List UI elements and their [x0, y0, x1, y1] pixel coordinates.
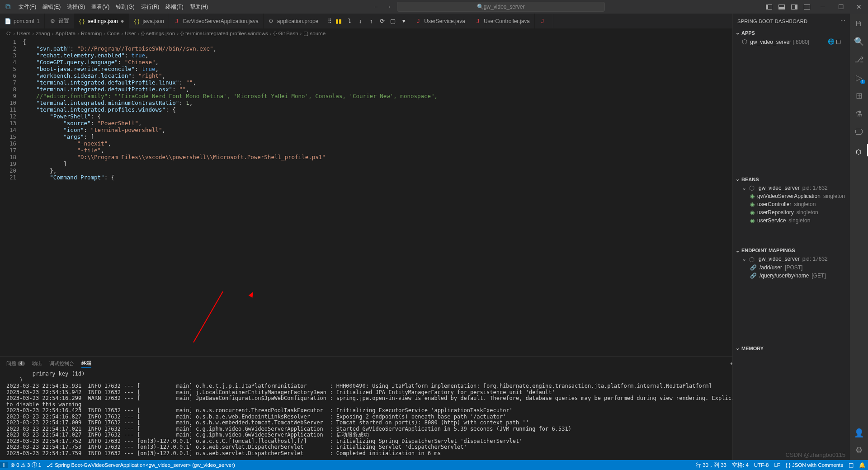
tab-label: pom.xml	[14, 18, 34, 24]
editor-tab[interactable]: JUserController.java	[470, 14, 535, 28]
menu-item[interactable]: 选择(S)	[64, 3, 88, 11]
menu-item[interactable]: 编辑(E)	[39, 3, 64, 11]
layout-customize-icon[interactable]	[803, 3, 811, 11]
menu-item[interactable]: 运行(R)	[138, 3, 163, 11]
extensions-icon[interactable]: ⊞	[854, 90, 864, 101]
panel-tab[interactable]: 终端	[81, 359, 91, 368]
menu-item[interactable]: 查看(V)	[88, 3, 113, 11]
hexagon-icon	[749, 256, 756, 263]
source-control-icon[interactable]: ⎇	[854, 54, 864, 65]
breadcrumb-item[interactable]: User	[125, 31, 136, 36]
debug-btn-4[interactable]: ⟳	[378, 17, 386, 25]
debug-toolbar: ⠿ ▮▮⤵↓↑⟳▢▾	[325, 14, 410, 28]
window-minimize-icon[interactable]: ─	[814, 0, 832, 14]
status-item[interactable]: ◫	[846, 462, 856, 469]
bean-item[interactable]: ◉ userService singleton	[733, 216, 850, 225]
editor-tab[interactable]: ⚙application.prope	[264, 14, 323, 28]
breadcrumb-item[interactable]: {} Git Bash	[274, 31, 298, 36]
section-beans[interactable]: ⌄BEANS	[733, 175, 850, 183]
status-item[interactable]: 空格: 4	[729, 462, 751, 469]
testing-icon[interactable]: ⚗	[854, 108, 864, 119]
debug-btn-5[interactable]: ▢	[389, 17, 397, 25]
breadcrumb-item[interactable]: Code	[107, 31, 120, 36]
tab-label: GwVideoServerApplication.java	[183, 18, 259, 24]
bean-item[interactable]: ◉ userRepository singleton	[733, 208, 850, 216]
breadcrumb-item[interactable]: zhang	[36, 31, 50, 36]
editor-tab[interactable]: JUserService.java	[410, 14, 470, 28]
status-item[interactable]: LF	[771, 462, 783, 469]
section-endpoints[interactable]: ⌄ENDPOINT MAPPINGS	[733, 246, 850, 255]
status-item[interactable]: UTF-8	[751, 462, 772, 469]
tab-label: UserController.java	[484, 18, 530, 24]
debug-btn-2[interactable]: ↓	[356, 17, 364, 25]
json-icon: { }	[79, 18, 85, 24]
tab-dirty-icon[interactable]: ●	[121, 18, 124, 24]
menu-item[interactable]: 文件(F)	[15, 3, 39, 11]
accounts-icon[interactable]: 👤	[854, 428, 864, 438]
debug-btn-1[interactable]: ⤵	[345, 17, 354, 25]
remote-indicator[interactable]: ⫴	[0, 462, 8, 468]
vscode-logo-icon: ⧉	[0, 3, 15, 11]
link-icon: 🔗	[750, 264, 757, 271]
endpoint-item[interactable]: 🔗 /add/user [POST]	[733, 263, 850, 272]
section-apps[interactable]: ⌄APPS	[733, 28, 850, 37]
menu-item[interactable]: 帮助(H)	[187, 3, 212, 11]
editor-tab[interactable]: JGwVideoServerApplication.java	[169, 14, 264, 28]
debug-btn-6[interactable]: ▾	[400, 17, 408, 25]
breadcrumb-item[interactable]: {} terminal.integrated.profiles.windows	[180, 31, 268, 36]
section-memory[interactable]: ⌄MEMORY	[733, 344, 850, 352]
bean-item[interactable]: ◉ gwVideoServerApplication singleton	[733, 192, 850, 200]
command-center[interactable]: 🔍 gw_video_server	[397, 2, 605, 12]
status-problems[interactable]: ⊗ 0 ⚠ 3 ⓘ 1	[8, 462, 44, 469]
globe-icon[interactable]: 🌐	[828, 38, 835, 45]
dashboard-more-icon[interactable]: ⋯	[840, 18, 845, 24]
panel-tab[interactable]: 调试控制台	[49, 359, 74, 368]
status-item[interactable]: 🔔	[856, 462, 868, 469]
layout-left-icon[interactable]	[765, 3, 773, 11]
tab-label: 设置	[58, 17, 69, 25]
files-icon[interactable]: 🗎	[854, 18, 864, 29]
panel-tab[interactable]: 输出	[32, 359, 42, 368]
settings-gear-icon[interactable]: ⚙	[854, 445, 864, 456]
nav-back-icon[interactable]: ←	[372, 4, 381, 10]
endpoint-item[interactable]: 🔗 /query/user/by/name [GET]	[733, 272, 850, 280]
window-close-icon[interactable]: ✕	[850, 0, 868, 14]
debug-btn-0[interactable]: ▮▮	[335, 17, 343, 25]
status-spring[interactable]: ⎇ Spring Boot-GwVideoServerApplication<g…	[44, 462, 238, 468]
app-item[interactable]: gw_video_server [:8080] 🌐 ▢	[733, 37, 850, 46]
breadcrumb-item[interactable]: ▢ source	[303, 30, 326, 37]
beans-app[interactable]: ⌄ gw_video_server pid: 17632	[733, 183, 850, 192]
breadcrumb-item[interactable]: {} settings.json	[141, 31, 175, 36]
status-item[interactable]: 行 30，列 33	[693, 462, 729, 469]
endpoints-app[interactable]: ⌄ gw_video_server pid: 17632	[733, 255, 850, 263]
editor-tab[interactable]: { }settings.json●	[74, 14, 129, 28]
nav-forward-icon[interactable]: →	[384, 4, 393, 10]
breadcrumb-item[interactable]: Users	[17, 31, 30, 36]
spring-dashboard-icon[interactable]	[854, 145, 864, 155]
editor-tab[interactable]: J	[535, 14, 553, 28]
run-debug-icon[interactable]: ▷1	[854, 72, 864, 83]
menu-item[interactable]: 转到(G)	[113, 3, 137, 11]
menu-item[interactable]: 终端(T)	[162, 3, 186, 11]
breadcrumb-item[interactable]: Roaming	[81, 31, 102, 36]
stop-icon[interactable]: ▢	[836, 38, 841, 45]
editor-tab[interactable]: 📄pom.xml1	[0, 14, 45, 28]
search-icon[interactable]: 🔍	[854, 36, 864, 47]
spring-boot-dashboard: SPRING BOOT DASHBOARD ⋯ ⌄APPS gw_video_s…	[732, 14, 850, 460]
window-maximize-icon[interactable]: ☐	[832, 0, 850, 14]
gear-icon: ⚙	[49, 18, 56, 24]
layout-right-icon[interactable]	[790, 3, 798, 11]
remote-explorer-icon[interactable]: 🖵	[854, 127, 864, 137]
editor-tab[interactable]: { }java.json	[129, 14, 169, 28]
debug-btn-3[interactable]: ↑	[367, 17, 375, 25]
breadcrumb-item[interactable]: AppData	[55, 31, 75, 36]
layout-bottom-icon[interactable]	[778, 3, 786, 11]
editor-tab[interactable]: ⚙设置	[45, 14, 74, 28]
status-item[interactable]: { } JSON with Comments	[783, 462, 846, 469]
panel-tab[interactable]: 问题4	[6, 359, 25, 368]
bean-item[interactable]: ◉ userController singleton	[733, 200, 850, 208]
activity-bar: 🗎 🔍 ⎇ ▷1 ⊞ ⚗ 🖵 👤 ⚙	[850, 14, 868, 460]
search-text: gw_video_server	[484, 4, 525, 10]
bean-icon: ◉	[750, 193, 755, 199]
breadcrumb-item[interactable]: C:	[6, 31, 12, 36]
